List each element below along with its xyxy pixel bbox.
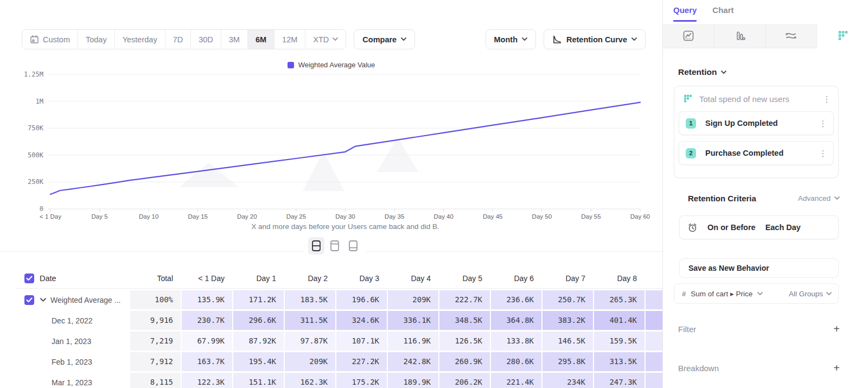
retention-value-cell[interactable]: 67.99K bbox=[182, 332, 232, 351]
event-menu-button[interactable]: ⋮ bbox=[818, 119, 828, 128]
x-axis-tick-label: Day 50 bbox=[532, 213, 552, 220]
retention-value-cell[interactable]: 87.92K bbox=[233, 332, 284, 351]
compare-button[interactable]: Compare bbox=[354, 29, 415, 49]
retention-value-cell[interactable]: 311.5K bbox=[285, 311, 335, 330]
compare-label: Compare bbox=[362, 35, 397, 44]
save-as-new-behavior-button[interactable]: Save as New Behavior bbox=[679, 258, 839, 278]
retention-section-header[interactable]: Retention bbox=[678, 67, 726, 77]
tab-funnels[interactable] bbox=[714, 24, 766, 48]
date-range-7d[interactable]: 7D bbox=[165, 30, 192, 49]
tab-insights[interactable] bbox=[663, 24, 714, 48]
tab-retention[interactable] bbox=[817, 24, 868, 48]
date-range-6m[interactable]: 6M bbox=[248, 30, 275, 49]
retention-value-cell[interactable]: 159.5K bbox=[594, 332, 644, 351]
retention-value-cell[interactable]: 236.6K bbox=[491, 290, 541, 309]
event-card-purchase-completed[interactable]: 2Purchase Completed⋮ bbox=[679, 141, 834, 165]
date-range-30d[interactable]: 30D bbox=[191, 30, 221, 49]
retention-value-cell[interactable]: 227.2K bbox=[336, 352, 387, 371]
retention-value-cell[interactable]: 250.7K bbox=[542, 290, 593, 309]
retention-value-cell[interactable]: 324.6K bbox=[336, 311, 387, 330]
retention-value-cell[interactable]: 222.7K bbox=[439, 290, 490, 309]
retention-value-cell[interactable]: 162.3K bbox=[285, 373, 335, 388]
retention-value-cell[interactable]: 135.9K bbox=[182, 290, 232, 309]
retention-value-cell-partial[interactable] bbox=[646, 290, 664, 309]
all-groups-dropdown[interactable]: All Groups bbox=[789, 290, 832, 298]
retention-value-cell[interactable]: 242.8K bbox=[388, 352, 438, 371]
retention-value-cell[interactable]: 230.7K bbox=[182, 311, 232, 330]
retention-value-cell[interactable]: 296.6K bbox=[233, 311, 284, 330]
retention-value-cell[interactable]: 364.8K bbox=[491, 311, 541, 330]
tab-query[interactable]: Query bbox=[673, 5, 697, 22]
add-filter-button[interactable]: + bbox=[833, 323, 840, 334]
retention-value-cell[interactable]: 146.5K bbox=[542, 332, 593, 351]
retention-value-cell[interactable]: 189.9K bbox=[388, 373, 438, 388]
retention-value-cell[interactable]: 126.5K bbox=[439, 332, 490, 351]
date-range-custom[interactable]: Custom bbox=[22, 30, 78, 49]
retention-value-cell-partial[interactable] bbox=[646, 332, 664, 351]
date-range-xtd[interactable]: XTD bbox=[305, 30, 346, 49]
add-breakdown-button[interactable]: + bbox=[833, 362, 840, 373]
granularity-button[interactable]: Month bbox=[486, 29, 536, 49]
retention-value-cell[interactable]: 280.6K bbox=[491, 352, 541, 371]
y-axis-tick-label: 500K bbox=[28, 151, 44, 159]
event-menu-button[interactable]: ⋮ bbox=[818, 149, 828, 157]
retention-value-cell[interactable]: 9,916 bbox=[130, 311, 181, 330]
retention-value-cell[interactable]: 8,115 bbox=[130, 373, 181, 388]
retention-value-cell[interactable]: 221.4K bbox=[491, 373, 541, 388]
retention-value-cell[interactable]: 7,219 bbox=[130, 332, 181, 351]
retention-value-cell[interactable]: 206.2K bbox=[439, 373, 490, 388]
tab-flows[interactable] bbox=[766, 24, 818, 48]
behavior-menu-button[interactable]: ⋮ bbox=[822, 95, 832, 103]
chevron-down-icon[interactable] bbox=[40, 298, 46, 302]
checkbox-checked[interactable] bbox=[24, 295, 34, 305]
x-axis-tick-label: Day 35 bbox=[385, 213, 404, 220]
date-range-3m[interactable]: 3M bbox=[221, 30, 248, 49]
chart-view-toggle[interactable] bbox=[327, 237, 343, 255]
retention-value-cell[interactable]: 183.5K bbox=[285, 290, 335, 309]
retention-value-cell[interactable]: 116.9K bbox=[388, 332, 438, 351]
tab-chart[interactable]: Chart bbox=[712, 5, 733, 22]
retention-value-cell[interactable]: 163.7K bbox=[182, 352, 232, 371]
retention-value-cell[interactable]: 383.2K bbox=[542, 311, 593, 330]
date-range-today[interactable]: Today bbox=[78, 30, 115, 49]
retention-value-cell-partial[interactable] bbox=[646, 352, 664, 371]
retention-value-cell[interactable]: 209K bbox=[388, 290, 438, 309]
retention-value-cell[interactable]: 348.5K bbox=[439, 311, 490, 330]
date-range-12m[interactable]: 12M bbox=[275, 30, 305, 49]
chart-type-button[interactable]: Retention Curve bbox=[544, 29, 646, 49]
retention-value-cell[interactable]: 151.1K bbox=[233, 373, 284, 388]
retention-value-cell[interactable]: 313.5K bbox=[594, 352, 644, 371]
criteria-mode-dropdown[interactable]: Advanced bbox=[798, 194, 840, 202]
column-header: Day 2 bbox=[285, 269, 335, 288]
retention-value-cell[interactable]: 100% bbox=[130, 290, 181, 309]
column-header: Day 5 bbox=[439, 269, 490, 288]
retention-value-cell[interactable]: 122.3K bbox=[182, 373, 232, 388]
date-range-yesterday[interactable]: Yesterday bbox=[115, 30, 165, 49]
retention-value-cell[interactable]: 175.2K bbox=[336, 373, 387, 388]
checkbox-checked[interactable] bbox=[24, 273, 34, 283]
retention-value-cell[interactable]: 401.4K bbox=[594, 311, 644, 330]
retention-value-cell[interactable]: 196.6K bbox=[336, 290, 387, 309]
toolbar: CustomTodayYesterday7D30D3M6M12MXTD Comp… bbox=[22, 29, 646, 49]
retention-value-cell[interactable]: 295.8K bbox=[542, 352, 593, 371]
retention-condition-card[interactable]: On or Before Each Day bbox=[679, 215, 839, 239]
retention-value-cell[interactable]: 7,912 bbox=[130, 352, 181, 371]
retention-value-cell[interactable]: 97.87K bbox=[285, 332, 335, 351]
retention-value-cell[interactable]: 209K bbox=[285, 352, 335, 371]
retention-value-cell-partial[interactable] bbox=[646, 373, 664, 388]
retention-value-cell-partial[interactable] bbox=[646, 311, 664, 330]
retention-value-cell[interactable]: 265.3K bbox=[594, 290, 644, 309]
retention-value-cell[interactable]: 260.9K bbox=[439, 352, 490, 371]
retention-value-cell[interactable]: 171.2K bbox=[233, 290, 284, 309]
measure-card[interactable]: # Sum of cart ▸ Price All Groups bbox=[674, 283, 839, 304]
retention-value-cell[interactable]: 234K bbox=[542, 373, 593, 388]
retention-value-cell[interactable]: 107.1K bbox=[336, 332, 387, 351]
retention-value-cell[interactable]: 195.4K bbox=[233, 352, 284, 371]
table-view-toggle[interactable] bbox=[345, 237, 361, 255]
retention-value-cell[interactable]: 336.1K bbox=[388, 311, 438, 330]
breakdown-section: Breakdown + bbox=[678, 362, 840, 373]
event-card-sign-up-completed[interactable]: 1Sign Up Completed⋮ bbox=[679, 111, 834, 135]
retention-value-cell[interactable]: 247.3K bbox=[594, 373, 644, 388]
retention-value-cell[interactable]: 133.8K bbox=[491, 332, 541, 351]
split-view-toggle[interactable] bbox=[308, 237, 324, 255]
